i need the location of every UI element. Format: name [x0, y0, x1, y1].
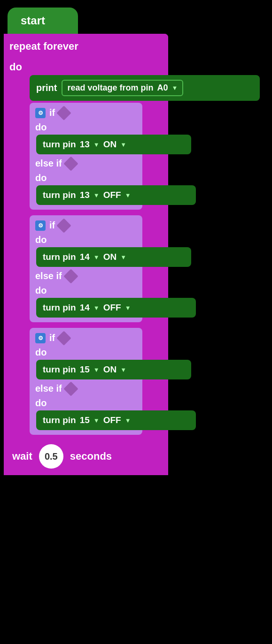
- repeat-forever-block: repeat forever: [4, 34, 168, 59]
- diamond-else-3: [63, 381, 78, 396]
- read-voltage-label: read voltage from pin: [67, 83, 153, 93]
- if-label-3: if: [49, 333, 55, 343]
- turn-pin-15-off: turn pin 15 ▼ OFF ▼: [36, 410, 196, 430]
- do-else-inner-2: do: [30, 284, 142, 297]
- pin-14-on-value: 14: [80, 252, 90, 262]
- pin-15-on-value: 15: [80, 364, 90, 375]
- diamond-2: [57, 218, 71, 233]
- start-block: start: [8, 8, 78, 34]
- do-else-inner-1: do: [30, 172, 142, 184]
- repeat-forever-container: repeat forever do print read voltage fro…: [4, 34, 168, 475]
- gear-icon-3[interactable]: ⚙: [35, 333, 46, 343]
- on-state-1: ON: [103, 139, 117, 150]
- off-state-2: OFF: [103, 303, 121, 313]
- turn-pin-14-off-label: turn pin: [43, 303, 76, 313]
- else-if-label-3: else if: [35, 383, 62, 394]
- turn-pin-14-on-label: turn pin: [43, 252, 76, 262]
- else-if-row-2: else if: [30, 268, 142, 284]
- dropdown-arrow-print[interactable]: ▼: [172, 84, 178, 91]
- start-label: start: [21, 14, 45, 27]
- seconds-label: seconds: [70, 450, 112, 462]
- if-row-1: ⚙ if: [30, 105, 142, 121]
- dropdown-arrow-13-on[interactable]: ▼: [93, 141, 100, 148]
- wait-label: wait: [12, 450, 32, 462]
- wait-value-circle: 0.5: [39, 444, 63, 469]
- pin-15-off-value: 15: [80, 415, 90, 425]
- off-state-1: OFF: [103, 190, 121, 200]
- if-block-2: ⚙ if do turn pin 14 ▼ ON ▼ else if: [30, 215, 142, 322]
- do-label-outer: do: [4, 59, 168, 75]
- else-if-row-1: else if: [30, 155, 142, 172]
- print-block: print read voltage from pin A0 ▼: [30, 75, 260, 101]
- turn-pin-14-off: turn pin 14 ▼ OFF ▼: [36, 298, 196, 318]
- else-if-label-1: else if: [35, 158, 62, 169]
- gap-1: [4, 210, 168, 213]
- do-inner-3: do: [30, 346, 142, 359]
- else-if-label-2: else if: [35, 271, 62, 281]
- pin-13-on-value: 13: [80, 139, 90, 150]
- dropdown-arrow-15-off[interactable]: ▼: [93, 417, 100, 424]
- gap-2: [4, 322, 168, 326]
- do-inner-2: do: [30, 234, 142, 246]
- on-state-3: ON: [103, 364, 117, 375]
- do-else-inner-3: do: [30, 397, 142, 409]
- do-inner-1: do: [30, 121, 142, 134]
- diamond-3: [57, 331, 71, 345]
- dropdown-arrow-off-3[interactable]: ▼: [125, 417, 131, 424]
- dropdown-arrow-13-off[interactable]: ▼: [93, 192, 100, 199]
- dropdown-arrow-14-off[interactable]: ▼: [93, 304, 100, 311]
- dropdown-arrow-15-on[interactable]: ▼: [93, 366, 100, 373]
- on-state-2: ON: [103, 252, 117, 262]
- dropdown-arrow-off-1[interactable]: ▼: [125, 192, 131, 199]
- pin-a0-value: A0: [157, 83, 168, 93]
- read-voltage-field: read voltage from pin A0 ▼: [62, 80, 183, 96]
- diamond-else-2: [63, 269, 78, 283]
- repeat-forever-label: repeat forever: [9, 40, 78, 52]
- turn-pin-13-off-label: turn pin: [43, 190, 76, 200]
- gear-icon-2[interactable]: ⚙: [35, 220, 46, 231]
- dropdown-arrow-off-2[interactable]: ▼: [125, 304, 131, 311]
- if-block-1: ⚙ if do turn pin 13 ▼ ON ▼ else if: [30, 103, 142, 210]
- turn-pin-15-on-label: turn pin: [43, 364, 76, 375]
- if-label-1: if: [49, 107, 55, 118]
- turn-pin-13-on: turn pin 13 ▼ ON ▼: [36, 135, 191, 154]
- turn-pin-13-off: turn pin 13 ▼ OFF ▼: [36, 185, 196, 205]
- dropdown-arrow-14-on[interactable]: ▼: [93, 254, 100, 261]
- wait-value: 0.5: [45, 451, 58, 462]
- dropdown-arrow-on-3[interactable]: ▼: [120, 366, 126, 373]
- off-state-3: OFF: [103, 415, 121, 425]
- turn-pin-15-off-label: turn pin: [43, 415, 76, 425]
- pin-13-off-value: 13: [80, 190, 90, 200]
- diamond-1: [57, 106, 71, 120]
- wait-block: wait 0.5 seconds: [4, 438, 168, 475]
- turn-pin-13-on-label: turn pin: [43, 139, 76, 150]
- pin-14-off-value: 14: [80, 303, 90, 313]
- diamond-else-1: [63, 156, 78, 171]
- dropdown-arrow-on-2[interactable]: ▼: [120, 254, 126, 261]
- print-label: print: [36, 83, 57, 93]
- dropdown-arrow-on-1[interactable]: ▼: [120, 141, 126, 148]
- main-wrapper: start repeat forever do print read volta…: [0, 0, 272, 479]
- if-block-3: ⚙ if do turn pin 15 ▼ ON ▼ else if: [30, 328, 142, 435]
- if-row-2: ⚙ if: [30, 217, 142, 234]
- else-if-row-3: else if: [30, 380, 142, 397]
- turn-pin-15-on: turn pin 15 ▼ ON ▼: [36, 360, 191, 379]
- turn-pin-14-on: turn pin 14 ▼ ON ▼: [36, 247, 191, 267]
- gear-icon-1[interactable]: ⚙: [35, 108, 46, 118]
- if-label-2: if: [49, 220, 55, 231]
- do-text: do: [9, 61, 22, 73]
- if-row-3: ⚙ if: [30, 330, 142, 346]
